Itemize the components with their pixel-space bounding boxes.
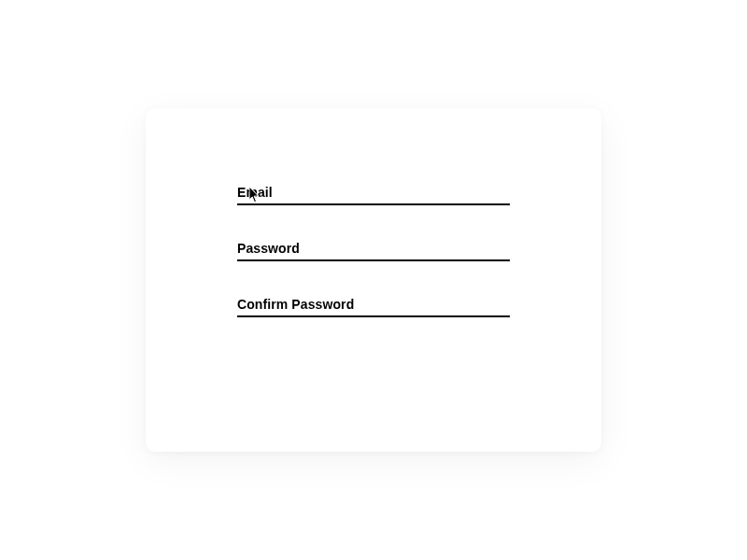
password-input[interactable] (237, 235, 510, 259)
confirm-password-input[interactable] (237, 291, 510, 315)
signup-card: Email Password Confirm Password (146, 108, 601, 452)
confirm-password-field-wrapper: Confirm Password (237, 291, 510, 317)
password-field-wrapper: Password (237, 235, 510, 261)
email-field-wrapper: Email (237, 179, 510, 205)
viewport: Email Password Confirm Password (0, 0, 747, 560)
email-input[interactable] (237, 179, 510, 203)
